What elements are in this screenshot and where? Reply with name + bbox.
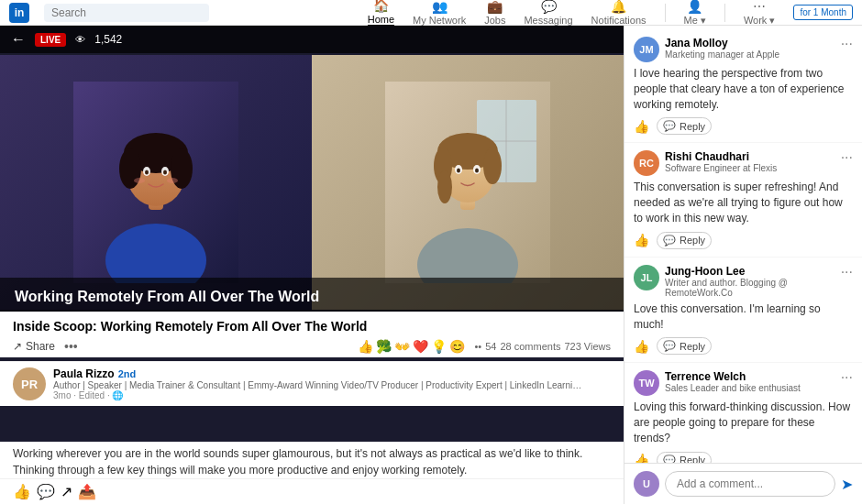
comment-item: JL Jung-Hoon Lee Writer and author. Blog… [624, 257, 862, 364]
commenter-initials: RC [639, 158, 654, 169]
nav-network-label: My Network [413, 15, 466, 26]
reaction-emoji-4[interactable]: 📤 [78, 483, 96, 500]
comment-more-button[interactable]: ··· [841, 370, 853, 385]
nav-work[interactable]: ⋯ Work ▾ [744, 0, 776, 27]
nav-jobs[interactable]: 💼 Jobs [484, 0, 505, 26]
nav-messaging[interactable]: 💬 Messaging [524, 0, 572, 26]
nav-me-label: Me ▾ [684, 15, 706, 27]
author-degree: 2nd [118, 368, 137, 379]
comments-panel: JM Jana Molloy Marketing manager at Appl… [624, 26, 862, 504]
comment-header: RC Rishi Chaudhari Software Engineer at … [634, 150, 853, 176]
comment-header: JL Jung-Hoon Lee Writer and author. Blog… [634, 265, 853, 298]
commenter-initials: JL [641, 272, 653, 283]
reaction-emoji-3[interactable]: ↗ [61, 483, 72, 500]
back-arrow-icon[interactable]: ← [11, 31, 26, 48]
reaction-emoji-1[interactable]: 👍 [13, 483, 31, 500]
reaction-counts: •• 54 28 comments 723 Views [474, 341, 611, 352]
reply-label: Reply [680, 341, 705, 352]
me-icon: 👤 [687, 0, 702, 14]
comment-item: TW Terrence Welch Sales Leader and bike … [624, 363, 862, 463]
comment-header: JM Jana Molloy Marketing manager at Appl… [634, 37, 853, 62]
comment-actions: 👍 💬 Reply [634, 117, 853, 135]
nav-me[interactable]: 👤 Me ▾ [684, 0, 706, 27]
reply-label: Reply [680, 121, 705, 132]
svg-point-9 [145, 170, 149, 175]
commenter-avatar: JM [634, 37, 659, 62]
reply-button[interactable]: 💬 Reply [657, 232, 712, 249]
like-button[interactable]: 👍 [634, 453, 649, 463]
commenter-avatar: TW [634, 370, 659, 396]
like-button[interactable]: 👍 [634, 233, 649, 247]
commenter-initials: JM [639, 44, 653, 55]
like-button[interactable]: 👍 [634, 339, 649, 354]
reply-label: Reply [680, 235, 705, 246]
messaging-icon: 💬 [541, 0, 557, 14]
nav-network[interactable]: 👥 My Network [413, 0, 466, 26]
commenter-name: Rishi Chaudhari [665, 150, 835, 163]
svg-point-27 [475, 169, 479, 173]
comment-text: Loving this forward-thinking discussion.… [634, 400, 853, 445]
video-left [0, 55, 312, 310]
home-icon: 🏠 [373, 0, 389, 13]
post-section: Inside Scoop: Working Remotely From All … [0, 312, 624, 357]
author-info: Paula Rizzo 2nd Author | Speaker | Media… [53, 367, 611, 400]
trial-badge: for 1 Month [793, 5, 853, 20]
comment-text: Love this conversation. I'm learning so … [634, 301, 853, 333]
search-input[interactable] [44, 4, 209, 22]
share-icon: ↗ [13, 340, 22, 353]
bottom-reactions: 👍 💬 ↗ 📤 [0, 478, 624, 504]
like-dots: •• [474, 341, 481, 352]
reaction-1: 👍 [358, 339, 373, 354]
share-button[interactable]: ↗ Share [13, 340, 55, 353]
jobs-icon: 💼 [487, 0, 503, 14]
reaction-2: 🥦 [376, 339, 392, 354]
author-meta: 3mo · Edited · 🌐 [53, 390, 611, 400]
comment-more-button[interactable]: ··· [841, 37, 853, 51]
more-button[interactable]: ••• [64, 339, 78, 354]
top-navigation: in 🏠 Home 👥 My Network 💼 Jobs 💬 Messagin… [0, 0, 862, 26]
author-name-row: Paula Rizzo 2nd [53, 367, 611, 380]
reply-button[interactable]: 💬 Reply [657, 337, 712, 355]
reaction-emoji-2[interactable]: 💬 [37, 483, 55, 500]
commenter-avatar: JL [634, 265, 659, 290]
reaction-4: ❤️ [413, 339, 428, 354]
nav-jobs-label: Jobs [484, 15, 505, 26]
send-icon[interactable]: ➤ [841, 476, 853, 493]
reply-button[interactable]: 💬 Reply [657, 452, 712, 463]
nav-home[interactable]: 🏠 Home [368, 0, 394, 27]
comment-actions: 👍 💬 Reply [634, 232, 853, 249]
author-section: PR Paula Rizzo 2nd Author | Speaker | Me… [0, 361, 624, 406]
comment-more-button[interactable]: ··· [841, 150, 853, 165]
comment-item: RC Rishi Chaudhari Software Engineer at … [624, 143, 862, 257]
author-initials: PR [21, 378, 38, 391]
video-title-overlay: Working Remotely From All Over The World [0, 278, 624, 316]
commenter-name: Jana Molloy [665, 37, 835, 49]
commenter-info: Jung-Hoon Lee Writer and author. Bloggin… [665, 265, 835, 298]
input-avatar-initials: U [643, 478, 650, 489]
svg-point-10 [163, 170, 167, 175]
comment-more-button[interactable]: ··· [841, 265, 853, 279]
nav-divider [665, 4, 666, 22]
reply-button[interactable]: 💬 Reply [657, 117, 712, 135]
viewer-count: 1,542 [94, 33, 122, 46]
comment-text: I love hearing the perspective from two … [634, 66, 853, 112]
viewer-icon: 👁 [75, 34, 85, 45]
like-button[interactable]: 👍 [634, 119, 649, 134]
comment-header: TW Terrence Welch Sales Leader and bike … [634, 370, 853, 396]
reply-icon: 💬 [663, 455, 676, 463]
author-avatar: PR [13, 367, 46, 400]
reply-label: Reply [680, 455, 705, 463]
video-title-text: Working Remotely From All Over The World [15, 289, 319, 304]
author-name: Paula Rizzo [53, 367, 115, 380]
comment-input-field[interactable] [665, 471, 835, 497]
live-bar: ← LIVE 👁 1,542 [0, 26, 624, 53]
view-count: 723 Views [564, 341, 611, 352]
comment-text: This conversation is super refreshing! A… [634, 180, 853, 225]
video-grid [0, 55, 624, 310]
commenter-info: Rishi Chaudhari Software Engineer at Fle… [665, 150, 835, 173]
comment-input-avatar: U [634, 471, 659, 497]
nav-notifications[interactable]: 🔔 Notifications [591, 0, 646, 26]
reaction-5: 💡 [431, 339, 447, 354]
reaction-6: 😊 [449, 339, 465, 354]
svg-point-11 [134, 178, 145, 183]
